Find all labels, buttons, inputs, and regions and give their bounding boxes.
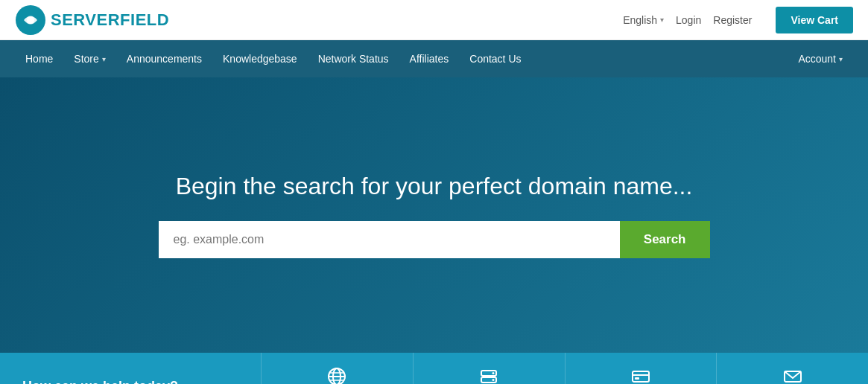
buy-domain-action[interactable]: BUY A DOMAIN: [261, 353, 413, 384]
svg-rect-11: [633, 371, 649, 382]
card-icon: [631, 367, 650, 384]
svg-rect-13: [635, 377, 639, 380]
svg-point-9: [492, 372, 495, 374]
help-text: How can we help today?: [0, 379, 261, 385]
order-hosting-action[interactable]: ORDER HOSTING: [413, 353, 565, 384]
nav-bar: Home Store ▾ Announcements Knowledgebase…: [0, 40, 868, 77]
nav-item-store[interactable]: Store ▾: [63, 40, 115, 77]
nav-item-announcements[interactable]: Announcements: [116, 40, 212, 77]
nav-item-account[interactable]: Account ▾: [788, 40, 853, 77]
hero-title: Begin the search for your perfect domain…: [176, 173, 693, 200]
top-bar: SERVERFIELD English ▾ Login Register Vie…: [0, 0, 868, 40]
action-items: BUY A DOMAIN ORDER HOSTING: [261, 353, 868, 384]
search-button[interactable]: Search: [620, 221, 710, 258]
login-link[interactable]: Login: [676, 14, 701, 26]
globe-icon: [327, 367, 346, 384]
nav-item-contact-us[interactable]: Contact Us: [459, 40, 531, 77]
language-label: English: [623, 14, 657, 26]
nav-item-affiliates[interactable]: Affiliates: [399, 40, 460, 77]
logo-text: SERVERFIELD: [51, 10, 169, 30]
server-icon: [479, 367, 498, 384]
view-cart-button[interactable]: View Cart: [776, 7, 853, 33]
hero-section: Begin the search for your perfect domain…: [0, 77, 868, 353]
nav-item-network-status[interactable]: Network Status: [308, 40, 399, 77]
chevron-down-icon: ▾: [839, 55, 843, 63]
nav-item-home[interactable]: Home: [15, 40, 63, 77]
help-strip: How can we help today? BUY A DOMAIN: [0, 353, 868, 384]
get-support-action[interactable]: GET SUPPORT: [716, 353, 868, 384]
mail-icon: [783, 367, 802, 384]
make-payment-action[interactable]: MAKE PAYMENT: [565, 353, 717, 384]
nav-item-knowledgebase[interactable]: Knowledgebase: [212, 40, 308, 77]
domain-search-input[interactable]: [159, 221, 620, 258]
language-selector[interactable]: English ▾: [623, 14, 664, 26]
domain-search-form: Search: [159, 221, 710, 258]
logo[interactable]: SERVERFIELD: [15, 4, 169, 36]
register-link[interactable]: Register: [713, 14, 752, 26]
chevron-down-icon: ▾: [102, 55, 106, 63]
svg-point-1: [27, 16, 34, 24]
svg-point-10: [492, 379, 495, 381]
top-bar-links: English ▾ Login Register View Cart: [623, 7, 853, 33]
chevron-down-icon: ▾: [660, 16, 664, 24]
